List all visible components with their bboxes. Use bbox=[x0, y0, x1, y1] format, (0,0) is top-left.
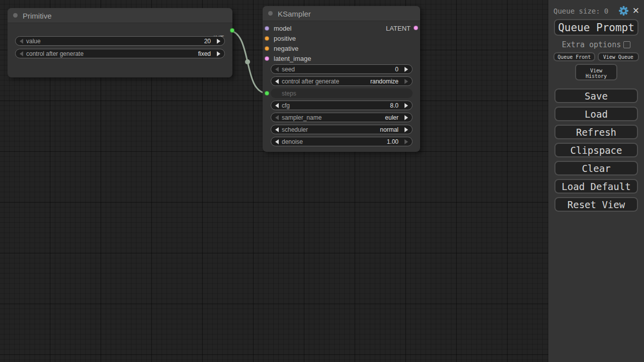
widget-label: steps bbox=[282, 90, 296, 97]
queue-actions-row: Queue Front View Queue bbox=[553, 52, 639, 61]
slot-dot-negative[interactable] bbox=[265, 46, 269, 51]
widget-label: control after generate bbox=[26, 50, 84, 57]
widget-cfg[interactable]: cfg 8.0 bbox=[271, 101, 413, 110]
view-queue-button[interactable]: View Queue bbox=[598, 52, 639, 61]
widget-label: sampler_name bbox=[282, 114, 321, 121]
decrement-arrow-icon[interactable] bbox=[275, 67, 279, 72]
widget-label: scheduler bbox=[282, 126, 308, 133]
slot-label: latent_image bbox=[274, 55, 311, 62]
input-slot-negative[interactable]: negative bbox=[265, 43, 298, 53]
widget-value-text: 8.0 bbox=[390, 102, 398, 109]
increment-arrow-icon[interactable] bbox=[405, 115, 408, 120]
node-title: KSampler bbox=[278, 10, 311, 18]
widget-value-text: normal bbox=[380, 126, 398, 133]
decrement-arrow-icon[interactable] bbox=[275, 115, 279, 120]
decrement-arrow-icon[interactable] bbox=[275, 79, 279, 84]
widget-denoise[interactable]: denoise 1.00 bbox=[271, 137, 413, 146]
increment-arrow-icon[interactable] bbox=[405, 79, 408, 84]
widget-value[interactable]: value 20 bbox=[15, 36, 225, 46]
increment-arrow-icon[interactable] bbox=[217, 39, 220, 44]
widget-label: denoise bbox=[282, 138, 303, 145]
increment-arrow-icon[interactable] bbox=[405, 103, 408, 108]
queue-size-label: Queue size: bbox=[553, 7, 600, 15]
settings-gear-icon[interactable] bbox=[619, 6, 628, 16]
output-slot-int[interactable] bbox=[230, 28, 234, 33]
widget-value-text: fixed bbox=[198, 50, 211, 57]
increment-arrow-icon[interactable] bbox=[405, 127, 408, 132]
slot-dot-model[interactable] bbox=[265, 26, 269, 31]
decrement-arrow-icon[interactable] bbox=[20, 39, 23, 44]
output-label: LATENT bbox=[386, 25, 411, 32]
link-path bbox=[228, 31, 267, 94]
widget-value-text: 0 bbox=[395, 66, 398, 73]
view-history-line1: View bbox=[590, 68, 602, 73]
extra-options-checkbox[interactable] bbox=[623, 41, 630, 48]
decrement-arrow-icon[interactable] bbox=[275, 139, 279, 144]
input-slot-model[interactable]: model bbox=[265, 23, 291, 33]
widget-value-text: 20 bbox=[204, 38, 211, 45]
queue-prompt-button[interactable]: Queue Prompt bbox=[554, 19, 638, 36]
widget-control-after-generate[interactable]: control after generate randomize bbox=[271, 76, 413, 86]
extra-options-label: Extra options bbox=[562, 40, 621, 49]
widget-value-text: euler bbox=[385, 114, 398, 121]
widget-label: seed bbox=[282, 66, 295, 73]
output-slot-latent[interactable] bbox=[414, 26, 418, 30]
load-default-button[interactable]: Load Default bbox=[554, 179, 638, 194]
widget-label: value bbox=[26, 38, 41, 45]
node-primitive-titlebar[interactable]: Primitive bbox=[8, 8, 232, 23]
widget-value-text: 1.00 bbox=[387, 138, 398, 145]
node-ksampler-titlebar[interactable]: KSampler bbox=[263, 6, 420, 21]
node-collapse-dot-icon[interactable] bbox=[13, 13, 18, 18]
node-collapse-dot-icon[interactable] bbox=[268, 11, 273, 16]
reset-view-button[interactable]: Reset View bbox=[554, 197, 638, 212]
slot-label: model bbox=[274, 25, 291, 32]
clear-button[interactable]: Clear bbox=[554, 161, 638, 175]
widget-control-after-generate[interactable]: control after generate fixed bbox=[15, 49, 225, 58]
slot-dot-positive[interactable] bbox=[265, 36, 269, 41]
widget-sampler-name[interactable]: sampler_name euler bbox=[271, 113, 413, 122]
view-history-line2: History bbox=[586, 73, 607, 79]
graph-canvas[interactable]: Primitive INT value 20 control after gen… bbox=[0, 0, 548, 362]
widget-value-text: randomize bbox=[370, 78, 398, 85]
widget-label: cfg bbox=[282, 102, 290, 109]
increment-arrow-icon[interactable] bbox=[405, 139, 408, 144]
extra-options-row: Extra options bbox=[548, 40, 644, 49]
view-history-button[interactable]: View History bbox=[575, 64, 617, 80]
comfyui-app: Primitive INT value 20 control after gen… bbox=[0, 0, 644, 362]
input-slot-steps[interactable] bbox=[265, 91, 269, 96]
load-button[interactable]: Load bbox=[554, 107, 638, 121]
refresh-button[interactable]: Refresh bbox=[554, 125, 638, 139]
comfy-menu-panel: Queue size: 0 ✕ Queue Prompt Extra optio… bbox=[548, 0, 644, 362]
node-primitive[interactable]: Primitive INT value 20 control after gen… bbox=[8, 8, 232, 77]
decrement-arrow-icon[interactable] bbox=[275, 103, 279, 108]
increment-arrow-icon[interactable] bbox=[217, 51, 220, 56]
decrement-arrow-icon[interactable] bbox=[275, 127, 279, 132]
slot-dot-latent-image[interactable] bbox=[265, 56, 269, 61]
menu-header: Queue size: 0 ✕ bbox=[548, 0, 644, 16]
menu-button-stack: Save Load Refresh Clipspace Clear Load D… bbox=[548, 80, 644, 212]
input-slot-positive[interactable]: positive bbox=[265, 33, 296, 43]
slot-label: negative bbox=[274, 45, 298, 52]
decrement-arrow-icon[interactable] bbox=[20, 51, 23, 56]
widget-scheduler[interactable]: scheduler normal bbox=[271, 125, 413, 134]
save-button[interactable]: Save bbox=[554, 88, 638, 103]
input-slot-latent-image[interactable]: latent_image bbox=[265, 53, 311, 63]
node-title: Primitive bbox=[23, 12, 52, 20]
node-ksampler[interactable]: KSampler model positive negative latent_… bbox=[263, 6, 420, 152]
widget-label: control after generate bbox=[282, 78, 339, 85]
queue-size-value: 0 bbox=[604, 7, 608, 15]
widget-steps-converted[interactable]: steps bbox=[271, 88, 413, 98]
queue-front-button[interactable]: Queue Front bbox=[553, 52, 595, 61]
widget-seed[interactable]: seed 0 bbox=[271, 64, 413, 74]
increment-arrow-icon[interactable] bbox=[405, 67, 408, 72]
close-icon[interactable]: ✕ bbox=[632, 6, 639, 16]
clipspace-button[interactable]: Clipspace bbox=[554, 143, 638, 157]
slot-label: positive bbox=[274, 35, 296, 42]
link-midpoint-dot[interactable] bbox=[245, 59, 250, 64]
